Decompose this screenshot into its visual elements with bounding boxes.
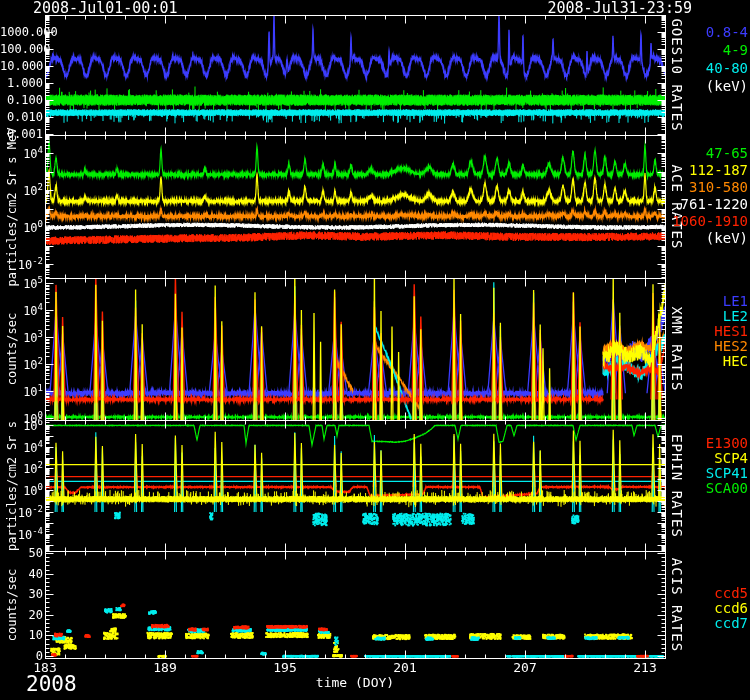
legend-entry: (keV) xyxy=(628,79,748,97)
legend-entry: 310-580 xyxy=(628,180,748,197)
legend-xmm: LE1LE2HES1HES2HEC xyxy=(628,294,748,369)
legend-entry: E1300 xyxy=(628,436,748,451)
x-tick-label: 201 xyxy=(393,661,416,674)
x-tick-label: 189 xyxy=(153,661,176,674)
legend-entry: 0.8-4 xyxy=(628,25,748,43)
legend-entry: 47-65 xyxy=(628,146,748,163)
y-axis-unit-xmm: counts/sec xyxy=(6,313,18,385)
legend-entry: ccd6 xyxy=(628,601,748,616)
legend-goes: 0.8-44-940-80(keV) xyxy=(628,25,748,97)
legend-entry: ccd7 xyxy=(628,616,748,631)
y-tick-label-goes: 1.000 xyxy=(0,77,43,89)
radiation-monitor-plot: 2008-Jul01-00:01 2008-Jul31-23:59 time (… xyxy=(0,0,750,700)
legend-entry: 112-187 xyxy=(628,163,748,180)
y-axis-unit-acis: counts/sec xyxy=(6,568,18,640)
start-time-title: 2008-Jul01-00:01 xyxy=(33,1,178,16)
legend-entry: 40-80 xyxy=(628,61,748,79)
legend-entry: SCP41 xyxy=(628,466,748,481)
legend-entry: LE1 xyxy=(628,294,748,309)
y-axis-unit-ephin: particles/cm2 Sr s xyxy=(6,420,18,550)
legend-entry: 761-1220 xyxy=(628,197,748,214)
legend-ace: 47-65112-187310-580761-12201060-1910(keV… xyxy=(628,146,748,248)
legend-acis: ccd5ccd6ccd7 xyxy=(628,586,748,631)
end-time-title: 2008-Jul31-23:59 xyxy=(548,1,693,16)
y-tick-label-goes: 0.010 xyxy=(0,111,43,123)
y-axis-unit-ace: particles/cm2 Sr s MeV xyxy=(6,127,18,286)
x-tick-label: 213 xyxy=(633,661,656,674)
legend-entry: LE2 xyxy=(628,309,748,324)
x-tick-label: 207 xyxy=(513,661,536,674)
legend-entry: (keV) xyxy=(628,231,748,248)
x-tick-label: 195 xyxy=(273,661,296,674)
y-tick-label-acis: 50 xyxy=(0,547,43,559)
x-tick-label: 183 xyxy=(33,661,56,674)
legend-entry: 4-9 xyxy=(628,43,748,61)
y-tick-label-goes: 10.000 xyxy=(0,60,43,72)
legend-entry: SCP4 xyxy=(628,451,748,466)
y-tick-label-xmm: 101 xyxy=(0,384,43,398)
y-tick-label-goes: 100.000 xyxy=(0,43,43,55)
legend-entry: 1060-1910 xyxy=(628,214,748,231)
legend-entry: HES1 xyxy=(628,324,748,339)
y-tick-label-goes: 0.100 xyxy=(0,94,43,106)
y-tick-label-xmm: 105 xyxy=(0,276,43,290)
y-tick-label-goes: 1000.000 xyxy=(0,26,43,38)
x-axis-title: time (DOY) xyxy=(316,676,394,689)
legend-entry: HES2 xyxy=(628,339,748,354)
legend-entry: SCA00 xyxy=(628,481,748,496)
legend-ephin: E1300SCP4SCP41SCA00 xyxy=(628,436,748,496)
x-axis-year: 2008 xyxy=(26,674,77,695)
legend-entry: ccd5 xyxy=(628,586,748,601)
legend-entry: HEC xyxy=(628,354,748,369)
